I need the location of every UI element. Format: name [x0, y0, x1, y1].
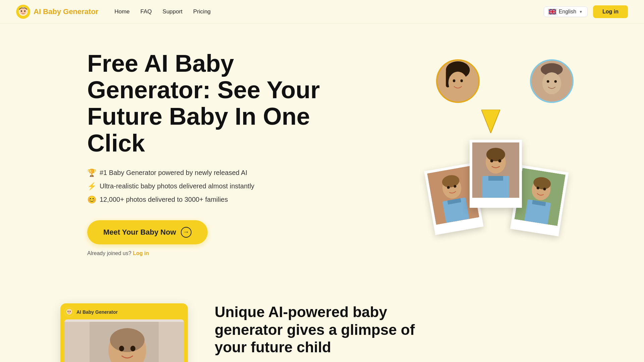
- svg-point-14: [542, 72, 561, 95]
- svg-point-9: [448, 72, 467, 94]
- nav-faq[interactable]: FAQ: [141, 8, 152, 15]
- hero-illustration: [416, 59, 584, 247]
- svg-point-29: [498, 160, 501, 163]
- feature-item-2: ⚡ Ultra-realistic baby photos delivered …: [87, 182, 322, 191]
- svg-point-49: [130, 346, 136, 351]
- site-header: AI Baby Generator Home FAQ Support Prici…: [0, 0, 644, 23]
- mom-face: [437, 59, 478, 103]
- app-preview-image: [64, 319, 184, 362]
- svg-point-47: [110, 328, 145, 352]
- baby-photo-center: [470, 140, 522, 208]
- app-preview-title: AI Baby Generator: [76, 309, 118, 315]
- already-joined-label: Already joined us?: [87, 250, 131, 256]
- app-preview-header: AI Baby Generator: [64, 307, 184, 317]
- already-joined-text: Already joined us? Log in: [87, 250, 322, 256]
- mom-avatar: [436, 59, 480, 103]
- svg-point-15: [547, 80, 549, 83]
- feature-text-1: #1 Baby Generator powered by newly relea…: [100, 169, 247, 177]
- nav-support[interactable]: Support: [163, 8, 183, 15]
- svg-point-48: [119, 346, 124, 351]
- down-arrow-icon: [481, 110, 500, 134]
- logo-link[interactable]: AI Baby Generator: [16, 5, 98, 19]
- logo-text: AI Baby Generator: [34, 7, 98, 16]
- section-text: Unique AI-powered baby generator gives a…: [215, 303, 449, 362]
- baby-photo-center-img: [472, 142, 519, 198]
- language-label: English: [559, 9, 576, 15]
- main-nav: Home FAQ Support Pricing: [114, 8, 211, 15]
- svg-point-42: [68, 311, 69, 312]
- login-button[interactable]: Log in: [593, 5, 628, 18]
- dad-avatar: [530, 59, 574, 103]
- svg-point-43: [70, 311, 71, 312]
- app-preview-logo-icon: [64, 307, 74, 317]
- hero-content: Free AI Baby Generator: See Your Future …: [87, 50, 322, 256]
- svg-point-16: [554, 80, 557, 83]
- cta-label: Meet Your Baby Now: [103, 228, 176, 237]
- svg-point-28: [490, 160, 493, 163]
- cta-arrow-icon: →: [181, 227, 192, 238]
- header-right: English ▼ Log in: [544, 5, 628, 18]
- feature-text-2: Ultra-realistic baby photos delivered al…: [100, 182, 254, 190]
- language-selector[interactable]: English ▼: [544, 6, 588, 17]
- flag-icon: [549, 9, 556, 14]
- svg-point-3: [21, 10, 22, 12]
- svg-point-10: [453, 79, 455, 82]
- baby-photo-right-img: [514, 168, 566, 226]
- svg-point-27: [486, 148, 505, 161]
- app-preview: AI Baby Generator: [60, 303, 188, 362]
- hero-features-list: 🏆 #1 Baby Generator powered by newly rel…: [87, 169, 322, 204]
- lightning-icon: ⚡: [87, 182, 96, 191]
- feature-item-3: 😊 12,000+ photos delivered to 3000+ fami…: [87, 195, 322, 204]
- logo-icon: [16, 5, 30, 19]
- cta-button[interactable]: Meet Your Baby Now →: [87, 220, 208, 244]
- nav-home[interactable]: Home: [114, 8, 129, 15]
- already-joined-login-link[interactable]: Log in: [133, 250, 149, 256]
- chevron-down-icon: ▼: [579, 10, 583, 14]
- svg-point-11: [461, 79, 463, 82]
- app-preview-content: [64, 319, 184, 362]
- dad-face: [531, 59, 572, 103]
- trophy-icon: 🏆: [87, 169, 96, 177]
- section-title: Unique AI-powered baby generator gives a…: [215, 303, 449, 356]
- features-section: AI Baby Generator: [0, 283, 644, 362]
- svg-rect-31: [488, 176, 503, 181]
- header-left: AI Baby Generator Home FAQ Support Prici…: [16, 5, 211, 19]
- svg-marker-17: [481, 110, 500, 133]
- hero-section: Free AI Baby Generator: See Your Future …: [0, 23, 644, 283]
- feature-item-1: 🏆 #1 Baby Generator powered by newly rel…: [87, 169, 322, 177]
- feature-text-3: 12,000+ photos delivered to 3000+ famili…: [100, 196, 228, 203]
- smiley-icon: 😊: [87, 195, 96, 204]
- hero-title: Free AI Baby Generator: See Your Future …: [87, 50, 322, 157]
- svg-point-4: [24, 10, 25, 12]
- nav-pricing[interactable]: Pricing: [193, 8, 211, 15]
